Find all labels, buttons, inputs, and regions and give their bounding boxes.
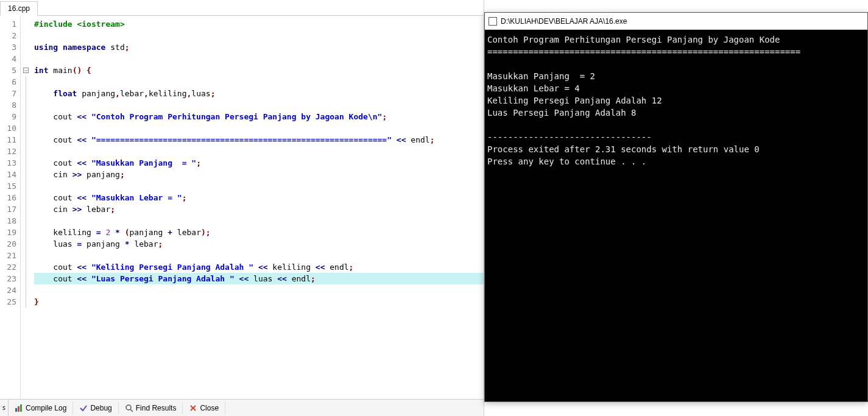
code-token: ; (349, 263, 354, 272)
code-token (110, 228, 115, 237)
code-line[interactable] (34, 53, 484, 65)
code-line[interactable]: keliling = 2 * (panjang + lebar); (34, 227, 484, 238)
code-line[interactable]: cin >> lebar; (34, 203, 484, 215)
code-token: + (168, 228, 172, 237)
code-token: "Luas Persegi Panjang Adalah " (91, 274, 235, 283)
code-line[interactable]: float panjang,lebar,keliling,luas; (34, 88, 484, 99)
search-icon (125, 404, 133, 412)
fold-cell (21, 99, 30, 111)
fold-guide (26, 180, 26, 192)
bottom-left-handle-label: s (2, 404, 5, 411)
svg-line-4 (130, 409, 133, 412)
code-token: , (115, 89, 120, 98)
console-line: Luas Persegi Panjang Adalah 8 (487, 107, 865, 119)
fold-cell (21, 30, 30, 41)
code-token: keliling (34, 228, 96, 237)
console-title-bar[interactable]: D:\KULIAH\DEV\BELAJAR AJA\16.exe (485, 13, 867, 30)
line-number: 12 (0, 146, 20, 157)
code-line[interactable]: int main() { (34, 65, 484, 76)
fold-guide (26, 261, 26, 273)
code-token: = (96, 228, 101, 237)
fold-cell (21, 41, 30, 53)
code-line[interactable] (34, 215, 484, 227)
code-line[interactable] (34, 180, 484, 192)
line-number: 15 (0, 180, 20, 192)
code-token: lebar (120, 89, 144, 98)
line-number: 5 (0, 65, 20, 76)
fold-cell (21, 53, 30, 65)
line-number: 24 (0, 284, 20, 296)
code-token: << (397, 135, 406, 144)
console-line: ========================================… (487, 46, 865, 58)
code-token: "=======================================… (91, 135, 392, 144)
code-line[interactable]: } (34, 296, 484, 308)
fold-guide (26, 238, 26, 250)
console-line (487, 119, 865, 131)
fold-guide (26, 76, 26, 88)
fold-guide (26, 134, 26, 146)
fold-guide (26, 111, 26, 122)
code-line[interactable] (34, 122, 484, 134)
line-number: 16 (0, 192, 20, 203)
code-token: cout (34, 135, 77, 144)
fold-cell (21, 273, 30, 284)
code-line[interactable] (34, 146, 484, 157)
fold-guide (26, 99, 26, 111)
line-number: 22 (0, 261, 20, 273)
code-token: ) (201, 228, 206, 237)
code-line[interactable] (34, 250, 484, 261)
code-line[interactable]: using namespace std; (34, 41, 484, 53)
code-line[interactable]: cout << "Contoh Program Perhitungan Pers… (34, 111, 484, 122)
console-title-text: D:\KULIAH\DEV\BELAJAR AJA\16.exe (501, 17, 627, 26)
code-token: ; (311, 274, 316, 283)
close-tab[interactable]: Close (183, 401, 225, 415)
fold-cell (21, 157, 30, 169)
code-token: panjang (77, 89, 115, 98)
console-output[interactable]: Contoh Program Perhitungan Persegi Panja… (485, 30, 867, 401)
code-token: ; (120, 170, 125, 179)
code-token: #include <iostream> (34, 19, 125, 29)
debug-label: Debug (90, 404, 111, 412)
check-icon (79, 404, 88, 412)
code-line[interactable]: cout << "Luas Persegi Panjang Adalah " <… (34, 273, 484, 284)
code-line[interactable] (34, 76, 484, 88)
find-results-tab[interactable]: Find Results (119, 401, 183, 415)
code-line[interactable] (34, 99, 484, 111)
code-line[interactable]: cout << "Keliling Persegi Panjang Adalah… (34, 261, 484, 273)
fold-cell (21, 180, 30, 192)
code-token: cout (34, 193, 77, 202)
code-line[interactable]: #include <iostream> (34, 18, 484, 30)
fold-cell (21, 111, 30, 122)
code-line[interactable]: cout << "===============================… (34, 134, 484, 146)
code-line[interactable] (34, 30, 484, 41)
code-token (120, 228, 125, 237)
code-area[interactable]: 1234567891011121314151617181920212223242… (0, 16, 484, 399)
code-token: keliling (149, 89, 187, 98)
code-line[interactable]: luas = panjang * lebar; (34, 238, 484, 250)
code-token (392, 135, 397, 144)
code-token: "Masukkan Lebar = " (91, 193, 182, 202)
close-icon (189, 404, 197, 412)
code-line[interactable]: cin >> panjang; (34, 169, 484, 180)
svg-rect-2 (20, 404, 22, 412)
fold-toggle-icon[interactable] (23, 68, 29, 73)
code-lines[interactable]: #include <iostream>using namespace std;i… (30, 16, 484, 399)
debug-tab[interactable]: Debug (73, 401, 118, 415)
bottom-left-handle[interactable]: s (0, 399, 9, 416)
code-line[interactable] (34, 284, 484, 296)
file-tab[interactable]: 16.cpp (0, 1, 38, 16)
fold-cell (21, 296, 30, 308)
code-token: lebar (130, 239, 158, 249)
code-line[interactable]: cout << "Masukkan Lebar = "; (34, 192, 484, 203)
compile-log-tab[interactable]: Compile Log (9, 401, 73, 415)
code-token: << (77, 193, 86, 202)
code-line[interactable]: cout << "Masukkan Panjang = "; (34, 157, 484, 169)
code-token: ; (110, 205, 115, 214)
svg-rect-1 (18, 406, 19, 412)
code-token: endl (325, 263, 348, 272)
line-number: 6 (0, 76, 20, 88)
line-number: 17 (0, 203, 20, 215)
code-token: << (77, 158, 86, 167)
line-number: 7 (0, 88, 20, 99)
fold-guide (26, 296, 26, 308)
